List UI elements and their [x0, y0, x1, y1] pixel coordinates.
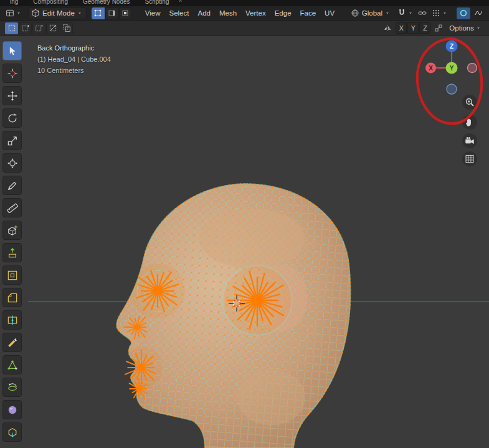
gizmo-axis-neg-x[interactable] [468, 64, 477, 73]
snapping-toggle[interactable] [396, 7, 415, 19]
orientation-label: Global [362, 9, 382, 17]
tool-settings-bar: XYZ Options [0, 21, 489, 36]
pan-button[interactable] [462, 115, 477, 130]
orientation-dropdown[interactable]: Global [348, 7, 394, 19]
select-set-icon [7, 23, 17, 33]
tool-transform[interactable] [2, 153, 22, 173]
falloff-wave-icon [473, 8, 483, 18]
tool-edge-slide[interactable] [2, 422, 22, 442]
mirror-icon[interactable] [382, 22, 393, 34]
proportional-editing-icon [458, 8, 468, 18]
chevron-down-icon [475, 25, 482, 31]
gizmo-axis-neg-z[interactable] [447, 84, 457, 94]
menu-face[interactable]: Face [296, 8, 321, 18]
tool-extrude[interactable] [2, 243, 22, 262]
viewport-overlay-text: Back Orthographic (1) Head_04 | Cube.004… [37, 42, 111, 76]
tool-bevel[interactable] [2, 288, 22, 307]
workspace-tab[interactable]: ing [4, 0, 24, 5]
navigation-gizmo[interactable]: Z X Y [422, 39, 481, 97]
menu-edge[interactable]: Edge [270, 8, 296, 18]
tool-settings-right: XYZ Options [382, 22, 484, 34]
options-dropdown[interactable]: Options [447, 23, 484, 33]
tool-extrude-icon [6, 247, 19, 259]
falloff-dropdown[interactable] [472, 7, 485, 19]
tool-move[interactable] [2, 86, 22, 105]
workspace-tab[interactable]: Geometry Nodes [77, 0, 136, 5]
tool-inset-faces[interactable] [2, 265, 22, 285]
tool-annotate-icon [6, 179, 19, 192]
snap-with-button[interactable] [416, 7, 429, 19]
select-vertex-icon [93, 8, 103, 18]
tool-rotate-icon [6, 112, 19, 125]
editor-type-button[interactable] [4, 7, 23, 19]
collapse-caret-icon[interactable]: ^ [179, 0, 181, 5]
edit-mesh-canvas[interactable] [28, 36, 489, 448]
menu-mesh[interactable]: Mesh [215, 8, 241, 18]
tool-loop-cut-icon [6, 314, 19, 326]
options-label: Options [449, 24, 474, 32]
menu-vertex[interactable]: Vertex [241, 8, 270, 18]
select-options-group [5, 22, 73, 34]
tool-poly-build[interactable] [2, 355, 22, 374]
link-icon [417, 8, 427, 18]
select-extend-icon [21, 23, 31, 33]
viewport-3d[interactable]: Back Orthographic (1) Head_04 | Cube.004… [0, 36, 489, 448]
tool-add-cube[interactable] [2, 221, 22, 240]
tool-knife[interactable] [2, 333, 22, 352]
tool-loop-cut[interactable] [2, 310, 22, 330]
tool-measure-icon [6, 202, 19, 214]
menu-select[interactable]: Select [165, 8, 194, 18]
menu-view[interactable]: View [141, 8, 165, 18]
menu-uv[interactable]: UV [320, 8, 339, 18]
select-option-invert[interactable] [46, 22, 59, 34]
tool-annotate[interactable] [2, 176, 22, 195]
select-mode-vertex[interactable] [92, 7, 105, 19]
select-option-intersect[interactable] [60, 22, 73, 34]
tool-smooth[interactable] [2, 400, 22, 419]
tool-rotate[interactable] [2, 108, 22, 128]
select-mode-face[interactable] [119, 7, 132, 19]
tool-scale-icon [6, 135, 19, 147]
tool-cursor-icon [6, 67, 19, 80]
magnet-icon [397, 8, 407, 18]
menu-bar: ViewSelectAddMeshVertexEdgeFaceUV [141, 8, 339, 18]
workspace-tab-bar: ingCompositingGeometry NodesScripting ^ [0, 0, 489, 6]
select-edge-icon [107, 8, 116, 18]
mirror-z-button[interactable]: Z [419, 22, 430, 34]
tool-transform-icon [6, 157, 19, 169]
snap-target-icon[interactable] [433, 22, 444, 34]
menu-add[interactable]: Add [193, 8, 214, 18]
globe-icon [350, 8, 360, 18]
select-invert-icon [48, 23, 58, 33]
chevron-down-icon [384, 10, 391, 16]
workspace-tabs: ingCompositingGeometry NodesScripting [0, 0, 175, 5]
toolbar [2, 41, 23, 445]
edit-mode-icon [31, 8, 40, 18]
zoom-button[interactable] [462, 95, 477, 110]
mirror-x-button[interactable]: X [396, 22, 407, 34]
select-option-subtract[interactable] [32, 22, 45, 34]
select-option-extend[interactable] [19, 22, 32, 34]
grid-toggle-button[interactable] [462, 151, 477, 166]
snap-grid-dropdown[interactable] [430, 7, 449, 19]
tool-scale[interactable] [2, 131, 22, 150]
snap-grid-icon [431, 8, 441, 18]
mesh-select-mode-group [92, 7, 132, 19]
tool-measure[interactable] [2, 198, 22, 217]
tool-smooth-icon [6, 404, 19, 416]
camera-view-button[interactable] [462, 133, 477, 148]
tool-spin-icon [6, 381, 19, 394]
select-mode-edge[interactable] [105, 7, 118, 19]
mirror-y-button[interactable]: Y [407, 22, 419, 34]
header-right-cluster: Global [343, 7, 485, 19]
head-mesh-wireframe [90, 173, 377, 448]
select-option-set[interactable] [5, 22, 18, 34]
tool-spin[interactable] [2, 378, 22, 397]
tool-poly-build-icon [6, 359, 19, 371]
workspace-tab[interactable]: Compositing [27, 0, 74, 5]
tool-select-box[interactable] [2, 41, 22, 60]
tool-cursor[interactable] [2, 64, 22, 83]
mode-dropdown[interactable]: Edit Mode [28, 7, 87, 19]
workspace-tab[interactable]: Scripting [139, 0, 176, 5]
proportional-editing-toggle[interactable] [457, 7, 470, 19]
